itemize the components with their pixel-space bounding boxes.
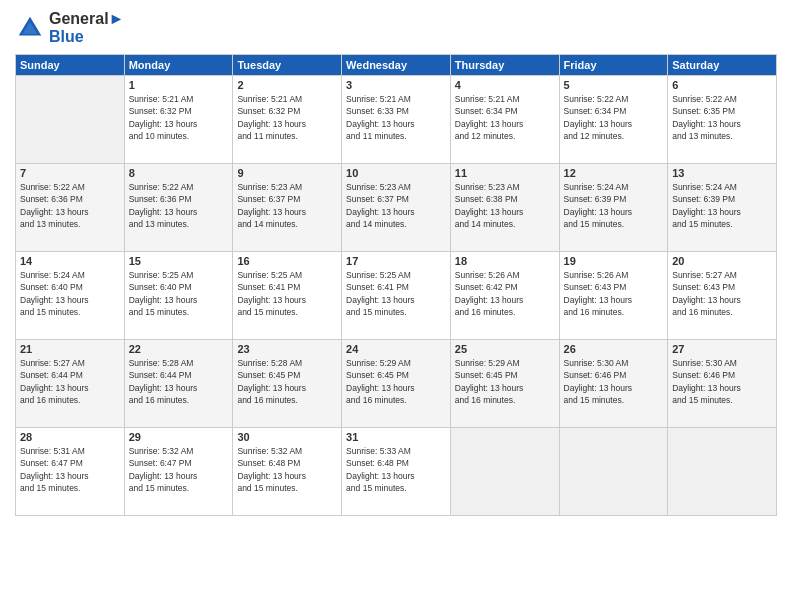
header: General► Blue <box>15 10 777 46</box>
day-info: Sunrise: 5:26 AM Sunset: 6:43 PM Dayligh… <box>564 269 664 318</box>
day-cell: 19Sunrise: 5:26 AM Sunset: 6:43 PM Dayli… <box>559 252 668 340</box>
day-info: Sunrise: 5:22 AM Sunset: 6:34 PM Dayligh… <box>564 93 664 142</box>
day-cell: 25Sunrise: 5:29 AM Sunset: 6:45 PM Dayli… <box>450 340 559 428</box>
day-info: Sunrise: 5:29 AM Sunset: 6:45 PM Dayligh… <box>455 357 555 406</box>
day-cell: 30Sunrise: 5:32 AM Sunset: 6:48 PM Dayli… <box>233 428 342 516</box>
header-thursday: Thursday <box>450 55 559 76</box>
day-info: Sunrise: 5:27 AM Sunset: 6:44 PM Dayligh… <box>20 357 120 406</box>
header-wednesday: Wednesday <box>342 55 451 76</box>
day-cell: 6Sunrise: 5:22 AM Sunset: 6:35 PM Daylig… <box>668 76 777 164</box>
day-number: 5 <box>564 79 664 91</box>
calendar-header-row: SundayMondayTuesdayWednesdayThursdayFrid… <box>16 55 777 76</box>
day-info: Sunrise: 5:30 AM Sunset: 6:46 PM Dayligh… <box>672 357 772 406</box>
day-number: 22 <box>129 343 229 355</box>
day-number: 7 <box>20 167 120 179</box>
week-row-3: 21Sunrise: 5:27 AM Sunset: 6:44 PM Dayli… <box>16 340 777 428</box>
day-number: 21 <box>20 343 120 355</box>
day-info: Sunrise: 5:26 AM Sunset: 6:42 PM Dayligh… <box>455 269 555 318</box>
day-cell: 18Sunrise: 5:26 AM Sunset: 6:42 PM Dayli… <box>450 252 559 340</box>
day-info: Sunrise: 5:33 AM Sunset: 6:48 PM Dayligh… <box>346 445 446 494</box>
header-sunday: Sunday <box>16 55 125 76</box>
day-info: Sunrise: 5:25 AM Sunset: 6:41 PM Dayligh… <box>237 269 337 318</box>
day-cell: 28Sunrise: 5:31 AM Sunset: 6:47 PM Dayli… <box>16 428 125 516</box>
day-info: Sunrise: 5:21 AM Sunset: 6:33 PM Dayligh… <box>346 93 446 142</box>
day-info: Sunrise: 5:24 AM Sunset: 6:40 PM Dayligh… <box>20 269 120 318</box>
day-info: Sunrise: 5:24 AM Sunset: 6:39 PM Dayligh… <box>672 181 772 230</box>
day-number: 16 <box>237 255 337 267</box>
day-number: 6 <box>672 79 772 91</box>
day-number: 8 <box>129 167 229 179</box>
header-friday: Friday <box>559 55 668 76</box>
week-row-0: 1Sunrise: 5:21 AM Sunset: 6:32 PM Daylig… <box>16 76 777 164</box>
day-number: 20 <box>672 255 772 267</box>
day-cell: 20Sunrise: 5:27 AM Sunset: 6:43 PM Dayli… <box>668 252 777 340</box>
day-cell: 2Sunrise: 5:21 AM Sunset: 6:32 PM Daylig… <box>233 76 342 164</box>
day-cell: 27Sunrise: 5:30 AM Sunset: 6:46 PM Dayli… <box>668 340 777 428</box>
day-info: Sunrise: 5:27 AM Sunset: 6:43 PM Dayligh… <box>672 269 772 318</box>
day-number: 31 <box>346 431 446 443</box>
day-info: Sunrise: 5:28 AM Sunset: 6:44 PM Dayligh… <box>129 357 229 406</box>
day-info: Sunrise: 5:29 AM Sunset: 6:45 PM Dayligh… <box>346 357 446 406</box>
day-number: 11 <box>455 167 555 179</box>
day-cell: 22Sunrise: 5:28 AM Sunset: 6:44 PM Dayli… <box>124 340 233 428</box>
day-cell: 15Sunrise: 5:25 AM Sunset: 6:40 PM Dayli… <box>124 252 233 340</box>
day-cell: 17Sunrise: 5:25 AM Sunset: 6:41 PM Dayli… <box>342 252 451 340</box>
week-row-2: 14Sunrise: 5:24 AM Sunset: 6:40 PM Dayli… <box>16 252 777 340</box>
day-cell: 5Sunrise: 5:22 AM Sunset: 6:34 PM Daylig… <box>559 76 668 164</box>
day-cell: 3Sunrise: 5:21 AM Sunset: 6:33 PM Daylig… <box>342 76 451 164</box>
day-number: 13 <box>672 167 772 179</box>
calendar-table: SundayMondayTuesdayWednesdayThursdayFrid… <box>15 54 777 516</box>
day-info: Sunrise: 5:31 AM Sunset: 6:47 PM Dayligh… <box>20 445 120 494</box>
day-info: Sunrise: 5:23 AM Sunset: 6:37 PM Dayligh… <box>346 181 446 230</box>
day-number: 3 <box>346 79 446 91</box>
day-number: 27 <box>672 343 772 355</box>
day-info: Sunrise: 5:32 AM Sunset: 6:47 PM Dayligh… <box>129 445 229 494</box>
day-cell: 4Sunrise: 5:21 AM Sunset: 6:34 PM Daylig… <box>450 76 559 164</box>
day-info: Sunrise: 5:23 AM Sunset: 6:37 PM Dayligh… <box>237 181 337 230</box>
logo-text: General► Blue <box>49 10 124 46</box>
day-info: Sunrise: 5:25 AM Sunset: 6:40 PM Dayligh… <box>129 269 229 318</box>
day-info: Sunrise: 5:21 AM Sunset: 6:34 PM Dayligh… <box>455 93 555 142</box>
day-number: 28 <box>20 431 120 443</box>
day-cell: 23Sunrise: 5:28 AM Sunset: 6:45 PM Dayli… <box>233 340 342 428</box>
header-tuesday: Tuesday <box>233 55 342 76</box>
day-number: 30 <box>237 431 337 443</box>
day-number: 4 <box>455 79 555 91</box>
day-cell: 29Sunrise: 5:32 AM Sunset: 6:47 PM Dayli… <box>124 428 233 516</box>
header-monday: Monday <box>124 55 233 76</box>
logo-icon <box>15 13 45 43</box>
day-cell: 31Sunrise: 5:33 AM Sunset: 6:48 PM Dayli… <box>342 428 451 516</box>
day-number: 23 <box>237 343 337 355</box>
day-number: 12 <box>564 167 664 179</box>
day-number: 26 <box>564 343 664 355</box>
day-number: 14 <box>20 255 120 267</box>
day-cell: 13Sunrise: 5:24 AM Sunset: 6:39 PM Dayli… <box>668 164 777 252</box>
day-info: Sunrise: 5:32 AM Sunset: 6:48 PM Dayligh… <box>237 445 337 494</box>
week-row-1: 7Sunrise: 5:22 AM Sunset: 6:36 PM Daylig… <box>16 164 777 252</box>
header-saturday: Saturday <box>668 55 777 76</box>
day-number: 29 <box>129 431 229 443</box>
day-number: 1 <box>129 79 229 91</box>
day-info: Sunrise: 5:24 AM Sunset: 6:39 PM Dayligh… <box>564 181 664 230</box>
day-cell <box>668 428 777 516</box>
day-cell: 24Sunrise: 5:29 AM Sunset: 6:45 PM Dayli… <box>342 340 451 428</box>
day-number: 18 <box>455 255 555 267</box>
day-cell <box>559 428 668 516</box>
day-cell <box>450 428 559 516</box>
day-number: 15 <box>129 255 229 267</box>
day-cell: 21Sunrise: 5:27 AM Sunset: 6:44 PM Dayli… <box>16 340 125 428</box>
day-info: Sunrise: 5:30 AM Sunset: 6:46 PM Dayligh… <box>564 357 664 406</box>
day-cell: 8Sunrise: 5:22 AM Sunset: 6:36 PM Daylig… <box>124 164 233 252</box>
day-number: 25 <box>455 343 555 355</box>
day-number: 19 <box>564 255 664 267</box>
day-info: Sunrise: 5:21 AM Sunset: 6:32 PM Dayligh… <box>237 93 337 142</box>
day-cell: 7Sunrise: 5:22 AM Sunset: 6:36 PM Daylig… <box>16 164 125 252</box>
day-cell: 26Sunrise: 5:30 AM Sunset: 6:46 PM Dayli… <box>559 340 668 428</box>
page-container: General► Blue SundayMondayTuesdayWednesd… <box>0 0 792 612</box>
day-cell: 10Sunrise: 5:23 AM Sunset: 6:37 PM Dayli… <box>342 164 451 252</box>
day-cell: 16Sunrise: 5:25 AM Sunset: 6:41 PM Dayli… <box>233 252 342 340</box>
day-info: Sunrise: 5:23 AM Sunset: 6:38 PM Dayligh… <box>455 181 555 230</box>
day-info: Sunrise: 5:28 AM Sunset: 6:45 PM Dayligh… <box>237 357 337 406</box>
day-info: Sunrise: 5:25 AM Sunset: 6:41 PM Dayligh… <box>346 269 446 318</box>
logo: General► Blue <box>15 10 124 46</box>
